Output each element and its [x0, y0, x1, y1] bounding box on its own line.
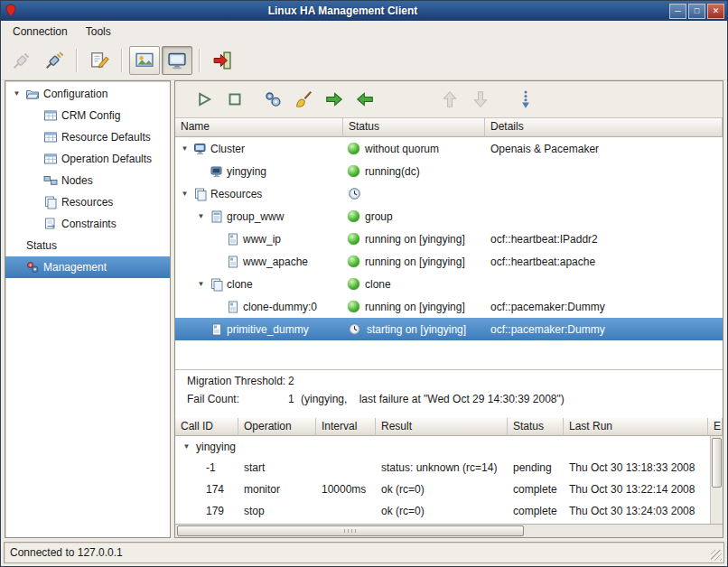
resource-toolbar	[175, 81, 723, 118]
ops-column-header-status[interactable]: Status	[508, 418, 564, 436]
sidebar-item-management[interactable]: Management	[5, 256, 170, 278]
exit-icon	[212, 51, 232, 70]
resource-name: www_ip	[243, 233, 281, 246]
status-ok-icon	[348, 210, 359, 222]
expander-icon[interactable]: ▼	[179, 145, 191, 153]
move-left-button[interactable]	[350, 86, 379, 113]
resource-name: Resources	[210, 188, 262, 200]
resource-status: running on [yingying]	[365, 256, 465, 268]
maximize-button[interactable]: □	[688, 4, 705, 19]
sidebar-item-label: Resources	[61, 195, 117, 209]
op-result: ok (rc=0)	[376, 483, 508, 496]
gears-icon	[263, 89, 283, 109]
horizontal-scrollbar[interactable]	[175, 524, 723, 537]
op-call-id: 174	[175, 483, 238, 496]
column-header-status[interactable]: Status	[343, 118, 485, 137]
status-text: Connected to 127.0.0.1	[10, 546, 123, 559]
expander-icon[interactable]: ▼	[195, 213, 207, 220]
resource-row-clone-dummy-0[interactable]: clone-dummy:0running on [yingying]ocf::p…	[175, 295, 723, 318]
configuration-view-button[interactable]	[129, 46, 160, 75]
fail-count-row: Fail Count:1(yingying, last failure at "…	[187, 393, 723, 411]
sidebar-item-resources[interactable]: Resources	[5, 191, 170, 213]
fail-count-value: 1	[288, 393, 301, 405]
resource-row-yingying[interactable]: yingyingrunning(dc)	[175, 160, 723, 182]
resource-row-primitive-dummy[interactable]: primitive_dummystarting on [yingying]ocf…	[175, 318, 723, 340]
ops-column-header-interval[interactable]: Interval	[316, 418, 376, 436]
resource-status: running(dc)	[365, 165, 420, 178]
doc-icon	[226, 232, 240, 246]
op-last-run: Thu Oct 30 13:24:03 2008	[564, 505, 708, 517]
operations-table: Call IDOperationIntervalResultStatusLast…	[175, 418, 723, 524]
operation-row-1[interactable]: -1startstatus: unknown (rc=14)pendingThu…	[175, 457, 711, 479]
expander-icon[interactable]: ▼	[179, 191, 191, 198]
resource-row-cluster[interactable]: ▼Clusterwithout quorumOpenais & Pacemake…	[175, 137, 723, 160]
edit-icon	[89, 51, 109, 70]
resource-status: running on [yingying]	[365, 233, 465, 246]
column-header-name[interactable]: Name	[175, 118, 343, 137]
menu-tools[interactable]: Tools	[78, 23, 119, 40]
connect-button[interactable]	[39, 46, 70, 75]
column-header-details[interactable]: Details	[485, 118, 723, 137]
exit-button[interactable]	[207, 46, 238, 75]
ops-column-header-result[interactable]: Result	[376, 418, 508, 436]
resource-row-resources[interactable]: ▼Resources	[175, 182, 723, 205]
cleanup-button[interactable]	[289, 86, 318, 113]
migration-threshold-row: Migration Threshold:2	[187, 375, 723, 393]
titlebar[interactable]: Linux HA Management Client ─□✕	[1, 1, 727, 21]
ops-column-header-operation[interactable]: Operation	[238, 418, 316, 436]
resize-grip[interactable]	[711, 550, 722, 561]
sidebar-item-resource-defaults[interactable]: Resource Defaults	[5, 126, 170, 148]
resource-panel: NameStatusDetails ▼Clusterwithout quorum…	[174, 80, 723, 538]
operation-row-179[interactable]: 179stopok (rc=0)completeThu Oct 30 13:24…	[175, 500, 711, 522]
op-operation: stop	[238, 505, 316, 517]
node-icon	[210, 164, 224, 179]
move-up-button	[435, 86, 464, 113]
op-result: ok (rc=0)	[376, 505, 508, 517]
resource-row-group-www[interactable]: ▼group_wwwgroup	[175, 205, 723, 228]
migrate-button[interactable]	[258, 86, 287, 113]
broom-icon	[294, 89, 313, 109]
fail-count-note: (yingying, last failure at "Wed Oct 29 1…	[301, 393, 565, 405]
horizontal-scrollbar-thumb[interactable]	[177, 525, 524, 536]
close-button[interactable]: ✕	[707, 4, 724, 19]
management-view-button[interactable]	[162, 46, 192, 75]
resource-row-www-apache[interactable]: www_apacherunning on [yingying]ocf::hear…	[175, 250, 723, 273]
resource-status: group	[365, 210, 393, 223]
arrow-up-icon	[440, 89, 460, 109]
sidebar-item-status[interactable]: Status	[5, 235, 170, 256]
sidebar-item-label: Operation Defaults	[61, 152, 155, 166]
connect-icon	[44, 51, 64, 70]
resource-name: Cluster	[210, 143, 245, 155]
minimize-button[interactable]: ─	[669, 4, 686, 19]
stop-button[interactable]	[220, 86, 249, 113]
resource-row-www-ip[interactable]: www_iprunning on [yingying]ocf::heartbea…	[175, 228, 723, 250]
sidebar-item-operation-defaults[interactable]: Operation Defaults	[5, 148, 170, 170]
start-button[interactable]	[190, 86, 219, 113]
menu-connection[interactable]: Connection	[5, 23, 76, 40]
resource-row-clone[interactable]: ▼cloneclone	[175, 273, 723, 295]
sidebar-item-configuration[interactable]: ▼Configuration	[5, 83, 170, 105]
nodes-icon	[43, 173, 58, 188]
edit-button[interactable]	[84, 46, 115, 75]
resource-details: Openais & Pacemaker	[485, 143, 723, 155]
arrow-left-icon	[355, 89, 375, 109]
expander-icon[interactable]: ▼	[11, 90, 23, 98]
sidebar-item-nodes[interactable]: Nodes	[5, 170, 170, 191]
sidebar-item-crm-config[interactable]: CRM Config	[5, 105, 170, 126]
vertical-scrollbar-thumb[interactable]	[712, 438, 722, 488]
operations-group-label: yingying	[196, 441, 236, 453]
resource-name: group_www	[227, 210, 284, 223]
arrow-down-icon	[471, 89, 490, 109]
expander-icon[interactable]: ▼	[195, 281, 207, 288]
expander-icon[interactable]: ▼	[181, 443, 192, 451]
move-right-button[interactable]	[320, 86, 349, 113]
ops-column-header-e[interactable]: E:	[708, 418, 723, 436]
ops-column-header-last-run[interactable]: Last Run	[564, 418, 708, 436]
resource-tree: ▼Clusterwithout quorumOpenais & Pacemake…	[175, 137, 723, 340]
transition-button[interactable]	[511, 86, 540, 113]
sidebar-item-constraints[interactable]: Constraints	[5, 213, 170, 235]
ops-column-header-call-id[interactable]: Call ID	[175, 418, 238, 436]
operation-row-174[interactable]: 174monitor10000msok (rc=0)completeThu Oc…	[175, 479, 711, 500]
vertical-scrollbar[interactable]	[710, 436, 723, 524]
operations-group-yingying[interactable]: ▼yingying	[175, 436, 711, 457]
